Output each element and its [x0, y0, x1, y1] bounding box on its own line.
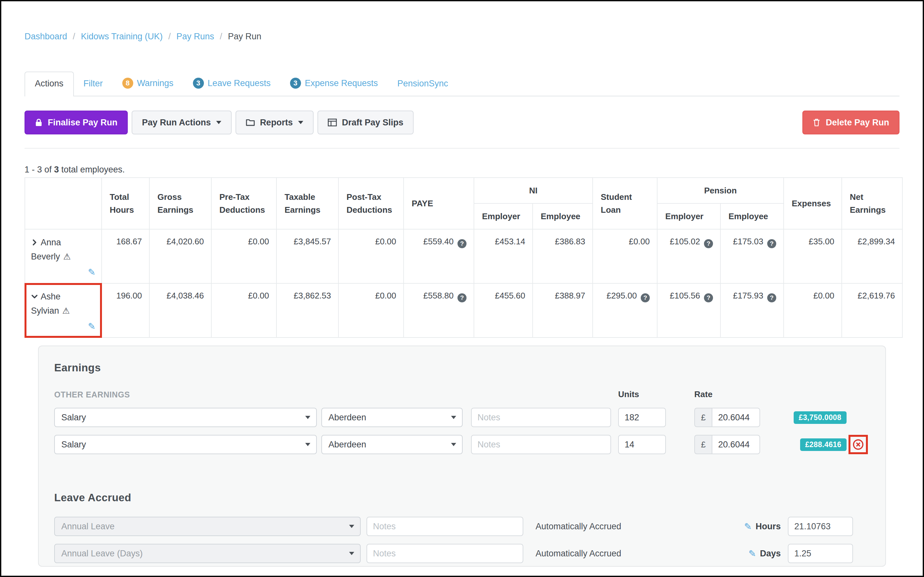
earning-type-select[interactable]: Salary [54, 435, 317, 454]
edit-pencil-icon[interactable]: ✎ [88, 319, 95, 333]
breadcrumb-separator: / [165, 32, 174, 41]
leave-unit-label: Days [760, 549, 781, 559]
breadcrumb-separator: / [70, 32, 79, 41]
tab-label: Expense Requests [305, 78, 378, 88]
trash-icon [813, 118, 821, 127]
total-hours-cell: 168.67 [102, 229, 149, 283]
ni-employee-cell: £386.83 [533, 229, 593, 283]
tab-actions[interactable]: Actions [24, 72, 74, 97]
tab-warnings[interactable]: 8 Warnings [113, 71, 183, 96]
leave-notes-input[interactable] [367, 517, 523, 536]
lock-icon [35, 118, 43, 127]
tab-label: Filter [84, 79, 103, 89]
pay-run-actions-button[interactable]: Pay Run Actions [132, 111, 232, 134]
units-input[interactable] [618, 435, 666, 454]
employee-count-summary: 1 - 3 of 3 total employees. [24, 165, 900, 175]
chevron-down-icon[interactable] [31, 291, 38, 304]
chevron-down-icon [451, 443, 456, 446]
breadcrumb-separator: / [216, 32, 226, 41]
earning-total-badge: £288.4616 [800, 438, 846, 451]
earnings-header-row: OTHER EARNINGS Units Rate [54, 389, 870, 400]
payrun-table: Total Hours Gross Earnings Pre-Tax Deduc… [24, 177, 903, 338]
chevron-down-icon [305, 416, 310, 419]
employee-first-name: Anna [40, 238, 61, 247]
tab-pensionsync[interactable]: PensionSync [388, 72, 458, 96]
net-earnings-cell: £2,619.76 [842, 283, 902, 337]
employee-first-name: Ashe [40, 292, 61, 301]
page: Dashboard / Kidows Training (UK) / Pay R… [0, 0, 924, 577]
post-tax-deductions-cell: £0.00 [338, 283, 404, 337]
ni-employer-cell: £453.14 [474, 229, 533, 283]
edit-pencil-icon[interactable]: ✎ [88, 265, 95, 279]
pension-employer-cell: £105.56? [657, 283, 720, 337]
help-icon[interactable]: ? [457, 239, 467, 248]
tab-filter[interactable]: Filter [74, 72, 113, 96]
notes-input[interactable] [471, 408, 611, 427]
gross-earnings-cell: £4,020.60 [149, 229, 211, 283]
rate-input[interactable] [712, 435, 760, 454]
earnings-row: Salary Aberdeen £ £3,750.0008 [54, 408, 870, 427]
other-earnings-label: OTHER EARNINGS [54, 390, 618, 400]
leave-type-select[interactable]: Annual Leave (Days) [54, 544, 361, 563]
edit-pencil-icon[interactable]: ✎ [748, 548, 756, 559]
location-select[interactable]: Aberdeen [321, 408, 463, 427]
help-icon[interactable]: ? [704, 293, 713, 302]
rate-input-group: £ [694, 435, 760, 454]
pre-tax-deductions-cell: £0.00 [211, 229, 276, 283]
breadcrumb-link-pay-runs[interactable]: Pay Runs [176, 32, 214, 41]
edit-pencil-icon[interactable]: ✎ [744, 521, 752, 532]
breadcrumb-link-business[interactable]: Kidows Training (UK) [81, 32, 163, 41]
currency-prefix: £ [694, 435, 712, 454]
help-icon[interactable]: ? [767, 293, 776, 302]
leave-notes-input[interactable] [367, 544, 523, 563]
draft-pay-slips-label: Draft Pay Slips [342, 118, 404, 127]
net-earnings-cell: £2,899.34 [842, 229, 902, 283]
leave-amount-input[interactable] [788, 517, 853, 536]
accrual-method-label: Automatically Accrued [536, 522, 621, 532]
earning-total-wrap: £288.4616 [760, 438, 846, 451]
employee-name-cell[interactable]: Ashe Sylvian⚠ ✎ [25, 283, 102, 337]
notes-input[interactable] [471, 435, 611, 454]
reports-button[interactable]: Reports [236, 111, 313, 134]
leave-unit-label: Hours [756, 522, 781, 532]
help-icon[interactable]: ? [457, 293, 467, 302]
location-select[interactable]: Aberdeen [321, 435, 463, 454]
remove-earning-icon[interactable] [852, 439, 864, 450]
chevron-right-icon[interactable] [31, 237, 38, 250]
delete-pay-run-button[interactable]: Delete Pay Run [802, 111, 900, 134]
leave-requests-count-badge: 3 [193, 78, 204, 89]
tab-leave-requests[interactable]: 3 Leave Requests [183, 71, 280, 96]
help-icon[interactable]: ? [641, 293, 650, 302]
breadcrumb: Dashboard / Kidows Training (UK) / Pay R… [24, 1, 900, 42]
units-input[interactable] [618, 408, 666, 427]
total-hours-cell: 196.00 [102, 283, 149, 337]
student-loan-cell: £0.00 [593, 229, 657, 283]
leave-amount-input[interactable] [788, 544, 853, 563]
leave-amount-group: ✎ Hours [744, 517, 853, 536]
gross-earnings-header: Gross Earnings [149, 177, 211, 229]
chevron-down-icon [305, 443, 310, 446]
tab-expense-requests[interactable]: 3 Expense Requests [280, 71, 388, 96]
student-loan-cell: £295.00? [593, 283, 657, 337]
earning-type-select[interactable]: Salary [54, 408, 317, 427]
leave-row: Annual Leave (Days) Automatically Accrue… [54, 544, 870, 563]
rate-column-header: Rate [694, 389, 712, 400]
leave-type-select[interactable]: Annual Leave [54, 517, 361, 536]
help-icon[interactable]: ? [704, 239, 713, 248]
tab-label: Leave Requests [208, 78, 271, 88]
breadcrumb-current: Pay Run [228, 32, 261, 41]
draft-pay-slips-button[interactable]: Draft Pay Slips [317, 111, 414, 134]
net-earnings-header: Net Earnings [842, 177, 902, 229]
expenses-cell: £35.00 [783, 229, 842, 283]
finalise-pay-run-button[interactable]: Finalise Pay Run [24, 111, 128, 134]
help-icon[interactable]: ? [767, 239, 776, 248]
tab-label: Warnings [137, 78, 174, 88]
rate-input[interactable] [712, 408, 760, 427]
pay-run-actions-label: Pay Run Actions [142, 118, 211, 127]
warning-icon: ⚠ [63, 252, 71, 261]
ni-group-header: NI [474, 177, 593, 203]
post-tax-deductions-cell: £0.00 [338, 229, 404, 283]
chevron-down-icon [349, 552, 354, 555]
employee-name-cell[interactable]: Anna Beverly⚠ ✎ [25, 229, 102, 283]
breadcrumb-link-dashboard[interactable]: Dashboard [24, 32, 67, 41]
